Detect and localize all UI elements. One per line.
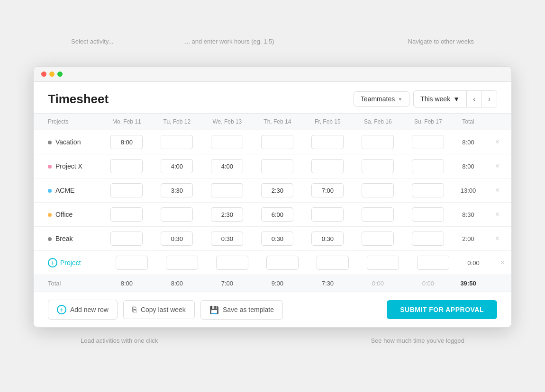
time-input[interactable] — [311, 232, 344, 246]
project-name-cell: Office — [34, 203, 101, 227]
time-cell — [403, 178, 453, 203]
time-cell — [353, 130, 403, 154]
time-input[interactable] — [412, 183, 444, 197]
time-input[interactable] — [161, 183, 193, 197]
copy-last-week-label: Copy last week — [141, 306, 186, 313]
time-cell — [101, 130, 152, 154]
time-input[interactable] — [362, 159, 394, 173]
time-cell — [152, 130, 202, 154]
time-cell — [403, 130, 453, 154]
week-nav: This week ▼ ‹ › — [413, 90, 497, 107]
time-input[interactable] — [311, 207, 344, 222]
time-input[interactable] — [110, 135, 143, 149]
time-input[interactable] — [261, 232, 293, 246]
time-input[interactable] — [266, 256, 299, 270]
save-as-template-button[interactable]: 💾 Save as template — [200, 300, 283, 320]
time-input[interactable] — [211, 232, 243, 246]
table-row: Office8:30× — [34, 203, 511, 227]
time-input[interactable] — [110, 207, 143, 222]
time-input[interactable] — [362, 232, 394, 246]
time-input[interactable] — [412, 207, 444, 222]
time-input[interactable] — [317, 256, 349, 270]
daily-total: 8:00 — [152, 275, 202, 292]
time-cell — [302, 154, 353, 178]
time-cell — [403, 203, 453, 227]
time-input[interactable] — [261, 183, 293, 197]
copy-last-week-button[interactable]: ⎘ Copy last week — [123, 300, 195, 319]
time-input[interactable] — [362, 207, 394, 222]
col-header-sun: Su, Feb 17 — [403, 114, 453, 130]
time-input[interactable] — [311, 135, 344, 149]
time-input[interactable] — [216, 256, 248, 270]
time-input[interactable] — [412, 135, 444, 149]
week-chevron-icon: ▼ — [453, 95, 460, 103]
submit-button[interactable]: SUBMIT FOR APPROVAL — [387, 300, 497, 319]
teammates-dropdown[interactable]: Teammates ▼ — [354, 91, 409, 107]
delete-cell: × — [483, 130, 511, 154]
delete-cell: × — [483, 178, 511, 203]
time-input[interactable] — [110, 159, 143, 173]
time-cell — [403, 154, 453, 178]
time-input[interactable] — [417, 256, 449, 270]
time-input[interactable] — [412, 159, 444, 173]
app-window: Timesheet Teammates ▼ This week ▼ ‹ › — [33, 66, 512, 328]
col-header-sat: Sa, Feb 16 — [353, 114, 403, 130]
delete-row-button[interactable]: × — [492, 186, 502, 195]
time-input[interactable] — [211, 207, 243, 222]
time-cell — [302, 178, 353, 203]
time-cell — [252, 154, 302, 178]
time-input[interactable] — [261, 207, 293, 222]
time-input[interactable] — [311, 159, 344, 173]
time-input[interactable] — [311, 183, 344, 197]
time-input[interactable] — [362, 183, 394, 197]
delete-row-button[interactable]: × — [492, 162, 502, 170]
delete-row-button[interactable]: × — [492, 210, 502, 219]
time-input[interactable] — [110, 183, 143, 197]
time-cell-empty — [252, 251, 302, 275]
time-cell — [252, 178, 302, 203]
time-input[interactable] — [211, 159, 243, 173]
time-cell — [152, 203, 202, 227]
time-input[interactable] — [261, 159, 293, 173]
time-input[interactable] — [362, 135, 394, 149]
chevron-down-icon: ▼ — [398, 97, 402, 102]
timesheet-table: Projects Mo, Feb 11 Tu, Feb 12 We, Feb 1… — [34, 113, 511, 292]
add-new-row-button[interactable]: + Add new row — [48, 300, 118, 320]
time-input[interactable] — [211, 183, 243, 197]
project-name-cell: Break — [34, 227, 101, 251]
time-input[interactable] — [161, 159, 193, 173]
time-input[interactable] — [161, 135, 193, 149]
next-week-button[interactable]: › — [481, 91, 497, 107]
time-cell — [252, 203, 302, 227]
week-label: This week ▼ — [414, 92, 466, 106]
time-input[interactable] — [110, 232, 143, 246]
add-project-link[interactable]: + Project — [48, 258, 98, 267]
app-footer: + Add new row ⎘ Copy last week 💾 Save as… — [34, 292, 511, 327]
daily-total: 7:00 — [202, 275, 252, 292]
time-cell — [202, 154, 252, 178]
time-input[interactable] — [116, 256, 148, 270]
time-input[interactable] — [161, 207, 193, 222]
time-input[interactable] — [211, 135, 243, 149]
delete-cell: × — [483, 227, 511, 251]
project-dot — [48, 237, 52, 241]
prev-week-button[interactable]: ‹ — [466, 91, 481, 107]
add-row-delete-button[interactable]: × — [498, 258, 508, 267]
delete-row-button[interactable]: × — [492, 138, 502, 146]
col-header-tue: Tu, Feb 12 — [152, 114, 202, 130]
time-input[interactable] — [367, 256, 399, 270]
time-input[interactable] — [161, 232, 193, 246]
time-cell — [152, 154, 202, 178]
time-cell — [152, 227, 202, 251]
time-input[interactable] — [261, 135, 293, 149]
app-header: Timesheet Teammates ▼ This week ▼ ‹ › — [34, 82, 511, 113]
delete-row-button[interactable]: × — [492, 234, 502, 243]
time-input[interactable] — [412, 232, 444, 246]
time-input[interactable] — [166, 256, 198, 270]
delete-cell: × — [483, 203, 511, 227]
time-cell — [302, 227, 353, 251]
grand-total: 39:50 — [453, 275, 483, 292]
project-name-cell: Project X — [34, 154, 101, 178]
page-title: Timesheet — [48, 92, 109, 107]
delete-cell: × — [483, 154, 511, 178]
